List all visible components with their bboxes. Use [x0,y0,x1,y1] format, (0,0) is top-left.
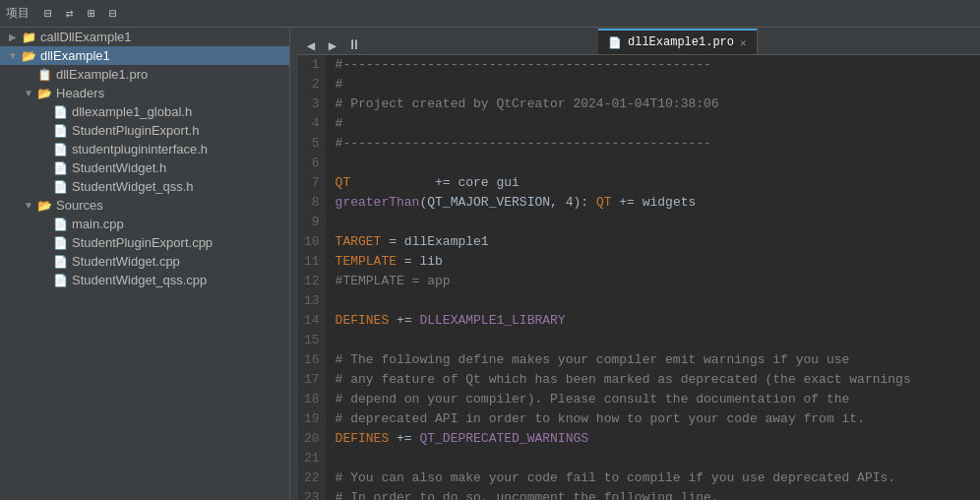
line-number: 18 [304,390,320,409]
code-line: # In order to do so, uncomment the follo… [336,488,973,500]
sidebar-item-studentplugininterface-h[interactable]: 📄studentplugininterface.h [0,140,289,158]
line-number: 19 [304,409,320,429]
tree-item-label: main.cpp [72,217,124,231]
tree-item-label: StudentWidget.h [72,160,166,175]
tree-item-label: StudentWidget_qss.cpp [72,273,207,287]
line-number: 10 [304,232,320,252]
tree-arrow: ▼ [22,88,35,98]
sidebar-item-studentpluginexport-cpp[interactable]: 📄StudentPluginExport.cpp [0,233,289,252]
sidebar-item-studentwidget-qss-cpp[interactable]: 📄StudentWidget_qss.cpp [0,271,289,289]
folder-icon: 📂 [35,87,53,100]
header-icon: 📄 [51,180,69,194]
tree-item-label: studentplugininterface.h [72,142,208,156]
line-number: 8 [304,193,320,213]
tab-label: dllExample1.pro [628,35,734,49]
cpp-icon: 📄 [51,274,69,287]
code-line: #---------------------------------------… [336,55,973,75]
line-number: 22 [304,469,320,488]
sidebar-item-dllexample1-global-h[interactable]: 📄dllexample1_global.h [0,102,289,121]
header-icon: 📄 [51,161,69,175]
sidebar-item-sources[interactable]: ▼📂Sources [0,196,289,215]
tree-item-label: dllexample1_global.h [72,104,192,119]
code-editor[interactable]: 1234567891011121314151617181920212223242… [298,55,980,500]
code-line: DEFINES += DLLEXAMPLE1_LIBRARY [336,311,973,331]
code-line [336,291,973,311]
sidebar-item-studentwidget-qss-h[interactable]: 📄StudentWidget_qss.h [0,177,289,196]
line-number: 20 [304,429,320,449]
code-line: # The following define makes your compil… [336,350,973,370]
line-number: 16 [304,350,320,370]
tree-item-label: StudentWidget.cpp [72,254,180,269]
project-tree: ▶📁callDllExample1▼📂dllExample1📋dllExampl… [0,28,290,500]
code-line: # deprecated API in order to know how to… [336,409,973,429]
main-area: ▶📁callDllExample1▼📂dllExample1📋dllExampl… [0,28,980,500]
sidebar-item-studentpluginexport-h[interactable]: 📄StudentPluginExport.h [0,121,289,140]
folder-icon: 📂 [35,199,53,213]
tab-close-button[interactable]: ✕ [740,36,747,49]
code-line [336,154,973,173]
tree-arrow: ▼ [6,50,20,61]
line-number: 17 [304,370,320,390]
tab-dllexample1pro[interactable]: 📄 dllExample1.pro ✕ [598,29,758,54]
editor-panel: ◀ ▶ ⏸ 📄 dllExample1.pro ✕ 12345678910111… [298,28,980,500]
tree-arrow: ▶ [6,31,20,42]
header-icon: 📄 [51,124,69,138]
line-number: 14 [304,311,320,331]
tree-arrow: ▼ [22,200,35,211]
code-line: # Project created by QtCreator 2024-01-0… [336,94,973,114]
cpp-icon: 📄 [51,236,69,250]
code-line: QT += core gui [336,173,973,193]
tree-item-label: Headers [56,86,104,100]
folder-icon: 📂 [20,49,37,63]
pro-file-icon: 📄 [608,36,622,49]
tree-item-label: StudentWidget_qss.h [72,179,194,194]
code-line: DEFINES += QT_DEPRECATED_WARNINGS [336,429,973,449]
code-line: greaterThan(QT_MAJOR_VERSION, 4): QT += … [336,193,973,213]
nav-back-icon[interactable]: ◀ [302,36,320,54]
expand-icon[interactable]: ⊞ [83,5,100,23]
code-line: # [336,75,973,94]
tree-item-label: callDllExample1 [40,30,131,44]
code-line: # depend on your compiler). Please consu… [336,390,973,409]
line-number: 1 [304,55,320,75]
sidebar-item-calldllexample1[interactable]: ▶📁callDllExample1 [0,28,289,46]
nav-forward-icon[interactable]: ▶ [324,36,341,54]
filter-icon[interactable]: ⊟ [39,5,57,23]
sidebar-item-dllexample1-pro[interactable]: 📋dllExample1.pro [0,65,289,84]
line-number: 6 [304,154,320,173]
line-number: 13 [304,291,320,311]
line-number: 23 [304,488,320,500]
code-line: # You can also make your code fail to co… [336,469,973,488]
folder-icon: 📁 [20,31,37,44]
header-icon: 📄 [51,105,69,119]
code-line: #---------------------------------------… [336,134,973,154]
cpp-icon: 📄 [51,218,69,231]
header-icon: 📄 [51,143,69,156]
code-line [336,331,973,350]
line-number: 7 [304,173,320,193]
layout-icon[interactable]: ⊟ [104,5,122,23]
tree-item-label: Sources [56,198,103,213]
line-numbers: 1234567891011121314151617181920212223242… [298,55,326,500]
tree-item-label: dllExample1.pro [56,67,148,82]
tree-item-label: StudentPluginExport.cpp [72,235,213,250]
tree-item-label: StudentPluginExport.h [72,123,199,138]
line-number: 4 [304,114,320,134]
sidebar-item-main-cpp[interactable]: 📄main.cpp [0,215,289,233]
tab-bar: ◀ ▶ ⏸ 📄 dllExample1.pro ✕ [298,28,980,55]
line-number: 3 [304,94,320,114]
line-number: 9 [304,213,320,232]
link-icon[interactable]: ⇄ [61,5,79,23]
pause-icon[interactable]: ⏸ [345,36,363,54]
line-number: 21 [304,449,320,469]
sidebar-item-studentwidget-h[interactable]: 📄StudentWidget.h [0,158,289,177]
code-content: #---------------------------------------… [326,55,980,500]
code-line: TEMPLATE = lib [336,252,973,272]
code-line [336,213,973,232]
line-number: 15 [304,331,320,350]
code-line: # any feature of Qt which has been marke… [336,370,973,390]
sidebar-item-headers[interactable]: ▼📂Headers [0,84,289,102]
cpp-icon: 📄 [51,255,69,269]
sidebar-item-studentwidget-cpp[interactable]: 📄StudentWidget.cpp [0,252,289,271]
sidebar-item-dllexample1[interactable]: ▼📂dllExample1 [0,46,289,65]
